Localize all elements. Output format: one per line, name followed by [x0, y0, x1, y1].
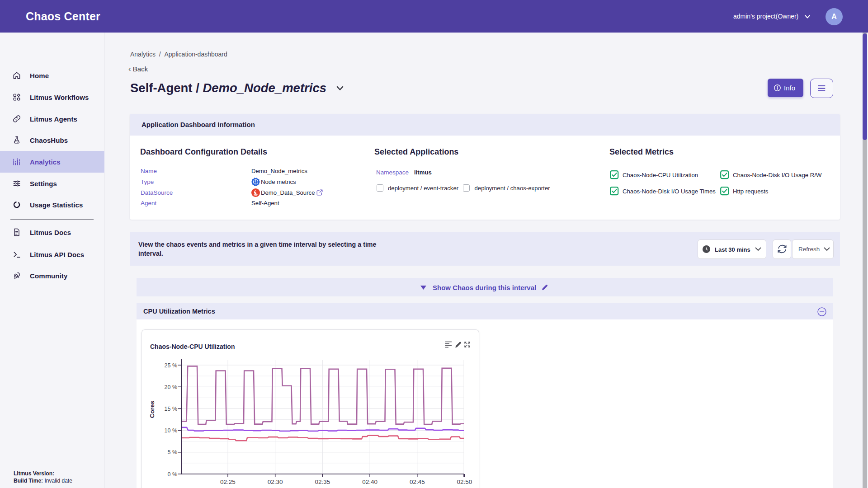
svg-text:02:45: 02:45 [410, 479, 425, 485]
svg-text:02:30: 02:30 [268, 479, 283, 485]
svg-text:15 %: 15 % [165, 406, 178, 412]
svg-text:02:25: 02:25 [220, 479, 236, 485]
svg-text:02:50: 02:50 [457, 479, 472, 485]
svg-text:Cores: Cores [149, 401, 156, 418]
svg-text:5 %: 5 % [167, 449, 177, 455]
svg-text:0 %: 0 % [167, 471, 177, 478]
svg-text:25 %: 25 % [165, 362, 178, 369]
svg-text:20 %: 20 % [165, 384, 178, 390]
svg-text:02:40: 02:40 [362, 479, 377, 485]
svg-text:10 %: 10 % [165, 427, 178, 434]
svg-text:02:35: 02:35 [315, 479, 330, 485]
